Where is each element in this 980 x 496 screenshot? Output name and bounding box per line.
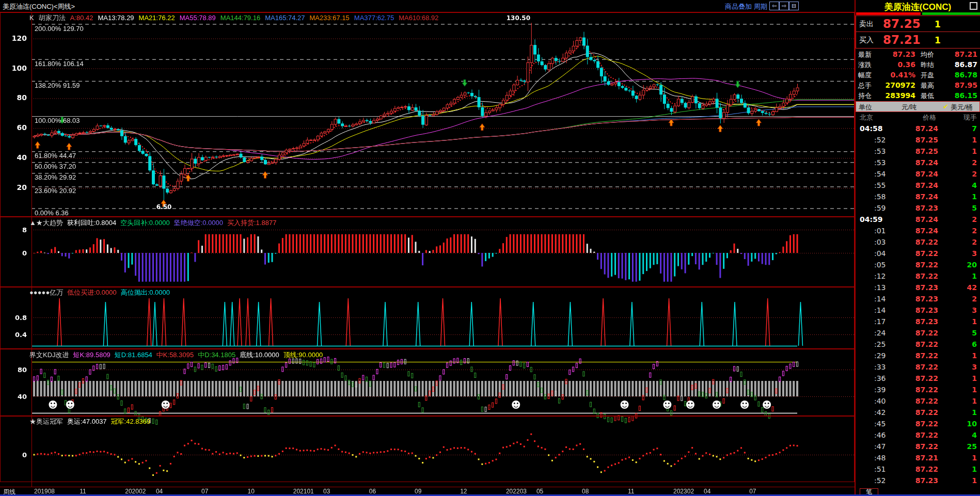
trade-price: 87.22 xyxy=(902,249,938,258)
fib-level-label: 138.20% 91.59 xyxy=(35,82,80,89)
trade-time: :24 xyxy=(874,329,886,337)
trade-qty: 1 xyxy=(972,193,977,201)
stat-value: 283994 xyxy=(876,91,915,100)
trade-row: :1387.2342 xyxy=(856,282,980,293)
header-field: 冠军:42.8369 xyxy=(111,418,151,425)
ask-price: 87.25 xyxy=(883,17,921,30)
trade-row: :3987.221 xyxy=(856,384,980,395)
trade-row: :4287.221 xyxy=(856,407,980,418)
stat-label: 均价 xyxy=(921,50,934,59)
trade-row: :0387.222 xyxy=(856,236,980,248)
trade-row: :4087.221 xyxy=(856,395,980,407)
header-field: 坚绝做空:0.0000 xyxy=(174,219,223,227)
trade-time: 04:59 xyxy=(860,215,883,223)
trade-price: 87.22 xyxy=(902,238,938,246)
trade-price: 87.22 xyxy=(902,329,938,337)
trade-time: :40 xyxy=(874,397,886,405)
trade-row: :0587.2220 xyxy=(856,259,980,270)
header-field: 短K:89.5809 xyxy=(73,351,110,359)
trade-row: :5287.251 xyxy=(856,134,980,146)
stat-value: 0.36 xyxy=(876,60,915,69)
trade-row: :1487.233 xyxy=(856,305,980,316)
trade-qty: 7 xyxy=(972,124,977,133)
trade-time: :13 xyxy=(874,283,886,292)
trade-row: :4787.2225 xyxy=(856,441,980,452)
panel-title: 界文KDJ改进 xyxy=(29,351,69,359)
header-field: MA165:74.27 xyxy=(265,14,305,22)
fib-level-label: 200.00% 129.70 xyxy=(35,25,84,33)
trade-price: 87.22 xyxy=(902,442,938,451)
trade-price: 87.24 xyxy=(902,124,938,133)
bid-row[interactable]: 买入 87.21 1 xyxy=(856,32,980,47)
stat-label: 涨跌 xyxy=(858,60,872,70)
y-axis-tick: 20 xyxy=(0,183,27,191)
header-field: 中K:58.3095 xyxy=(156,351,194,359)
trade-row: :2487.225 xyxy=(856,327,980,339)
unit-label: 单位 xyxy=(859,103,872,112)
panel4-header: ★奥运冠军奥运:47.0037冠军:42.8369 xyxy=(29,417,154,426)
header-field: MA21:76.22 xyxy=(139,14,175,22)
date-axis-label: 11 xyxy=(628,488,634,495)
panel-y-axis-tick: 0 xyxy=(0,451,27,459)
fib-level-label: 0.00% 6.36 xyxy=(35,209,69,217)
stat-label: 开盘 xyxy=(921,71,934,80)
unit-check-icon: ✔ xyxy=(943,103,949,110)
unit-toggle-row[interactable]: 单位 元/吨 ✔ 美元/桶 xyxy=(856,101,980,112)
unit-cny-option[interactable]: 元/吨 xyxy=(902,103,917,112)
date-axis-label: 202002 xyxy=(125,488,146,495)
trade-qty: 1 xyxy=(972,136,977,144)
header-field: 顶线:90.0000 xyxy=(283,351,323,359)
trade-price: 87.23 xyxy=(902,295,938,303)
header-field: MA55:78.89 xyxy=(180,14,216,22)
trade-price: 87.22 xyxy=(902,420,938,428)
trade-qty: 25 xyxy=(967,442,977,451)
header-field: 低位买进:0.0000 xyxy=(67,289,116,296)
stat-label: 最高 xyxy=(921,81,934,90)
header-field: MA144:79.16 xyxy=(220,14,260,22)
header-field: A:80.42 xyxy=(70,14,93,22)
header-field: MA610:68.92 xyxy=(399,14,438,22)
panel-y-axis-tick: 0 xyxy=(0,249,27,257)
time-sales-list[interactable]: 04:5887.247:5287.251:5387.251:5387.242:5… xyxy=(856,123,980,486)
trade-time: :45 xyxy=(874,420,886,428)
trade-time: :47 xyxy=(874,442,886,451)
ask-row[interactable]: 卖出 87.25 1 xyxy=(856,16,980,31)
trade-row: :4587.2210 xyxy=(856,418,980,429)
panel-title: ▲★大趋势 xyxy=(29,219,63,227)
trade-price: 87.25 xyxy=(902,147,938,155)
trade-time: :42 xyxy=(874,408,886,417)
header-field: 中D:34.1805 xyxy=(198,351,235,359)
date-axis-label: 201908 xyxy=(34,488,55,495)
trade-row: :5387.251 xyxy=(856,146,980,157)
stat-label: 总手 xyxy=(858,81,872,90)
trade-row: :0187.242 xyxy=(856,225,980,236)
fib-level-label: 161.80% 106.14 xyxy=(35,60,84,68)
trade-time: :39 xyxy=(874,386,886,394)
date-axis-label: 12 xyxy=(460,488,467,495)
fib-level-label: 100.00% 68.03 xyxy=(35,117,80,124)
bid-qty: 1 xyxy=(935,35,941,45)
fib-level-label: 61.80% 44.47 xyxy=(35,152,76,159)
y-axis-tick: 120 xyxy=(0,34,27,42)
trade-time: :48 xyxy=(874,454,886,462)
trade-qty: 4 xyxy=(972,431,977,439)
trade-time: :53 xyxy=(874,147,886,155)
stat-value: 86.87 xyxy=(938,60,977,69)
trade-qty: 1 xyxy=(972,374,977,382)
trade-price: 87.22 xyxy=(902,363,938,371)
trade-time: :58 xyxy=(874,193,886,201)
trade-list-header: 北京 价格 现手 xyxy=(856,113,980,122)
trade-qty: 5 xyxy=(972,329,977,337)
restore-window-icon[interactable] xyxy=(970,2,977,10)
date-axis-label: 09 xyxy=(415,488,421,495)
trade-price: 87.23 xyxy=(902,204,938,212)
panel-title: ●●●●●亿万 xyxy=(29,289,63,296)
trade-time: :54 xyxy=(874,170,886,178)
trade-qty: 2 xyxy=(972,227,977,235)
low-price-label: 6.50 xyxy=(156,203,172,211)
trade-price: 87.22 xyxy=(902,261,938,269)
trade-row: :3387.223 xyxy=(856,361,980,373)
stat-row: 总手270972最高87.95 xyxy=(856,80,980,90)
date-axis-label: 202302 xyxy=(673,488,694,495)
unit-usd-option[interactable]: 美元/桶 xyxy=(951,103,973,112)
